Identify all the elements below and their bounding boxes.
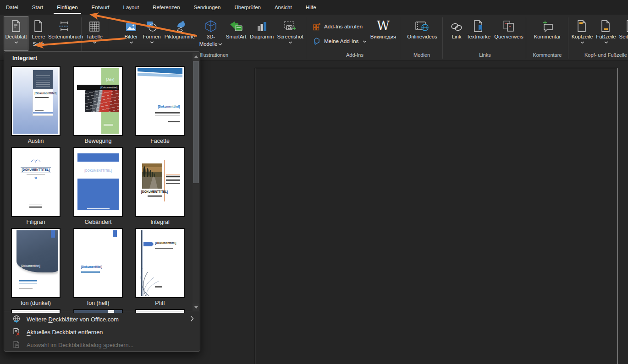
swoosh-lines <box>138 268 161 296</box>
chevron-down-icon <box>218 43 222 45</box>
comment-icon <box>533 16 562 33</box>
cover-template-gebaendert[interactable]: [DOKUMENTTITEL] Gebändert <box>73 147 123 225</box>
bookmark-button[interactable]: Textmarke <box>464 16 493 51</box>
shapes-button[interactable]: Formen <box>142 16 162 51</box>
cover-template-name: Gebändert <box>73 219 123 225</box>
cover-preview: [Jahr] [Dokumenttitel] <box>76 68 121 134</box>
link-button[interactable]: Link <box>448 16 465 51</box>
smartart-icon <box>224 16 248 33</box>
online-videos-icon <box>405 16 440 33</box>
cover-template-bewegung[interactable]: [Jahr] [Dokumenttitel] Bewegung <box>73 66 123 144</box>
tab-ueberpruefen[interactable]: Überprüfen <box>233 0 262 15</box>
tab-datei[interactable]: Datei <box>5 0 20 15</box>
tab-entwurf[interactable]: Entwurf <box>90 0 111 15</box>
gallery-scrollbar[interactable] <box>193 53 199 311</box>
cover-page-gallery-dropdown: Integriert [Dokumenttitel] Austin [Jahr]… <box>4 51 200 352</box>
group-separator <box>442 17 443 59</box>
save-to-gallery-icon <box>12 341 21 349</box>
chevron-down-icon <box>129 41 133 43</box>
chevron-down-icon <box>288 41 292 43</box>
cover-preview: [DOKUMENTTITEL] <box>76 149 121 215</box>
header-button[interactable]: Kopfzeile <box>570 16 595 51</box>
tab-einfuegen[interactable]: Einfügen <box>55 0 79 15</box>
cover-template-name: Austin <box>11 138 61 144</box>
page-number-button[interactable]: Seitenzahl <box>617 16 628 51</box>
chevron-right-icon <box>190 315 194 322</box>
group-label-header-footer: Kopf- und Fußzeile <box>584 52 628 58</box>
cover-page-button[interactable]: Deckblatt <box>4 16 28 51</box>
scroll-down-button[interactable] <box>193 304 199 311</box>
blank-page-icon <box>29 16 48 33</box>
tab-start[interactable]: Start <box>31 0 44 15</box>
wikipedia-button[interactable]: W Википедия <box>369 16 398 51</box>
scrollbar-thumb[interactable] <box>193 61 199 183</box>
header-icon <box>570 16 595 33</box>
chevron-down-icon <box>93 41 97 43</box>
group-label-links: Links <box>467 52 503 58</box>
cover-template-austin[interactable]: [Dokumenttitel] Austin <box>11 66 61 144</box>
cover-template-name: Integral <box>135 219 185 225</box>
smartart-button[interactable]: SmartArt <box>224 16 248 51</box>
table-icon <box>83 16 106 33</box>
menu-item-remove-cover[interactable]: Aktuelles Deckblatt entfernen <box>8 326 197 338</box>
ribbon-tabs: Datei Start Einfügen Entwurf Layout Refe… <box>5 0 318 15</box>
shapes-icon <box>142 16 162 33</box>
get-addins-icon <box>313 22 321 31</box>
cover-template-facette[interactable]: [Dokumenttitel] Facette <box>135 66 185 144</box>
table-button[interactable]: Tabelle <box>83 16 106 51</box>
menu-separator <box>4 311 200 311</box>
bookmark-icon <box>464 16 493 33</box>
cover-preview: [Dokumenttitel] <box>138 230 182 296</box>
cover-preview: [DOKUMENTTITEL] <box>138 149 182 215</box>
tab-layout[interactable]: Layout <box>122 0 141 15</box>
icons-button[interactable]: Piktogramme <box>161 16 198 51</box>
menu-item-more-covers[interactable]: Weitere Deckblätter von Office.com <box>8 313 197 326</box>
word-window: Datei Start Einfügen Entwurf Layout Refe… <box>0 0 628 364</box>
group-separator <box>526 17 526 59</box>
cover-template-name: Bewegung <box>73 138 123 144</box>
cover-preview: [Dokumenttitel] <box>13 230 58 296</box>
cover-preview: [DOKUMENTTITEL] ✿ <box>13 149 58 215</box>
pictures-button[interactable]: Bilder <box>121 16 142 51</box>
chevron-down-icon <box>363 40 367 43</box>
screenshot-button[interactable]: Screenshot <box>275 16 305 51</box>
cover-template-ion-dunkel[interactable]: [Dokumenttitel] Ion (dunkel) <box>11 228 61 306</box>
comment-button[interactable]: Kommentar <box>533 16 562 51</box>
3d-models-button[interactable]: 3D- Modelle <box>198 16 224 51</box>
footer-icon <box>594 16 618 33</box>
cover-template-name: Ion (hell) <box>73 300 123 306</box>
group-label-comments: Kommentare <box>529 52 566 58</box>
chevron-down-icon <box>14 41 18 43</box>
tab-ansicht[interactable]: Ansicht <box>273 0 293 15</box>
cover-template-ion-hell[interactable]: [Dokumenttitel] Ion (hell) <box>73 228 123 306</box>
blank-page-button[interactable]: Leere Seite <box>29 16 48 51</box>
cover-template-filigran[interactable]: [DOKUMENTTITEL] ✿ Filigran <box>11 147 61 225</box>
chart-icon <box>248 16 275 33</box>
cover-template-pfiff[interactable]: [Dokumenttitel] Pfiff <box>135 228 185 306</box>
screenshot-icon <box>275 16 305 33</box>
flourish-ornament <box>30 158 42 163</box>
get-addins-button[interactable]: Add-Ins abrufen <box>313 21 363 32</box>
group-label-illustrations: Illustrationen <box>196 52 232 58</box>
footer-button[interactable]: Fußzeile <box>594 16 618 51</box>
wikipedia-icon: W <box>369 16 398 33</box>
scroll-up-button[interactable] <box>193 53 199 60</box>
page-break-button[interactable]: Seitenumbruch <box>48 16 80 51</box>
cover-template-name: Filigran <box>11 219 61 225</box>
chevron-down-icon <box>604 41 608 43</box>
chart-button[interactable]: Diagramm <box>248 16 275 51</box>
document-page[interactable] <box>255 68 618 364</box>
cover-template-name: Facette <box>135 138 185 144</box>
online-videos-button[interactable]: Onlinevideos <box>405 16 440 51</box>
cover-template-name: Ion (dunkel) <box>11 300 61 306</box>
tab-referenzen[interactable]: Referenzen <box>151 0 181 15</box>
cross-reference-icon <box>493 16 525 33</box>
cover-template-integral[interactable]: [DOKUMENTTITEL] Integral <box>135 147 185 225</box>
cross-reference-button[interactable]: Querverweis <box>493 16 525 51</box>
tab-sendungen[interactable]: Sendungen <box>193 0 222 15</box>
pictures-icon <box>121 16 142 33</box>
tab-hilfe[interactable]: Hilfe <box>304 0 318 15</box>
my-addins-button[interactable]: Meine Add-Ins <box>313 36 367 47</box>
chevron-down-icon <box>150 41 154 43</box>
group-separator <box>400 17 400 59</box>
